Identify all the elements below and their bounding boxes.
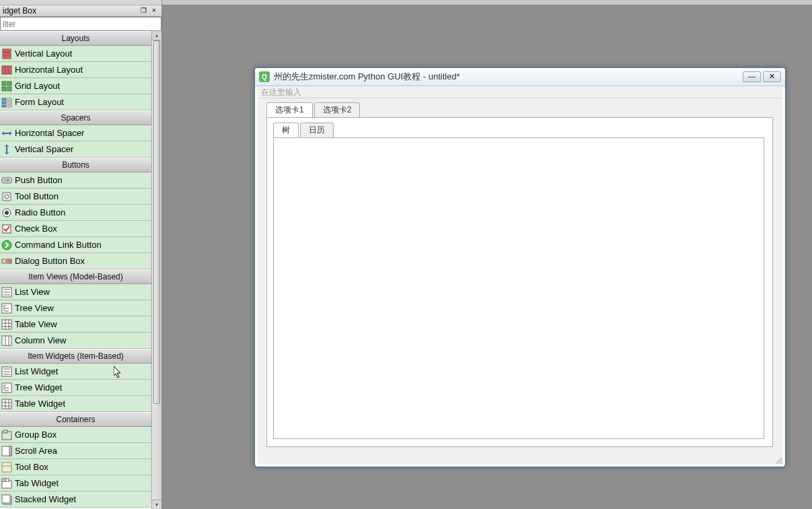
inner-tab-bar: 树 日历 — [273, 123, 764, 137]
widget-item-label: Command Link Button — [15, 240, 102, 250]
table-view-icon — [1, 319, 12, 330]
widget-item-label: Check Box — [15, 224, 57, 234]
widget-item[interactable]: Push Button — [0, 172, 151, 189]
widget-item-label: Vertical Spacer — [15, 144, 73, 154]
horizontal-spacer-icon — [1, 128, 12, 139]
widget-item[interactable]: Command Link Button — [0, 237, 151, 253]
resize-grip-icon[interactable] — [774, 456, 782, 464]
widget-item-label: Push Button — [15, 175, 63, 185]
tab-widget-icon — [1, 478, 12, 489]
widget-tree: LayoutsVertical LayoutHorizontal LayoutG… — [0, 31, 151, 509]
widget-item[interactable]: Vertical Spacer — [0, 141, 151, 158]
tree-view-icon — [1, 382, 12, 393]
undock-button[interactable]: ❐ — [139, 7, 148, 15]
widget-item-label: Scroll Area — [15, 446, 57, 456]
widget-item-label: Tool Button — [15, 191, 59, 201]
category-header[interactable]: Item Widgets (Item-Based) — [0, 349, 151, 364]
widget-item-label: Tab Widget — [15, 478, 59, 488]
widget-item[interactable]: List Widget — [0, 364, 151, 380]
widget-item[interactable]: Tool Button — [0, 189, 151, 205]
outer-tab-1[interactable]: 选项卡1 — [266, 102, 313, 117]
widget-item[interactable]: Group Box — [0, 427, 151, 443]
filter-input[interactable] — [0, 17, 161, 31]
check-box-icon — [1, 224, 12, 234]
widget-item[interactable]: Table Widget — [0, 396, 151, 412]
widget-item-label: Grid Layout — [15, 81, 60, 91]
widget-item[interactable]: Horizontal Layout — [0, 62, 151, 78]
outer-tab-page[interactable]: 树 日历 — [266, 117, 773, 447]
form-grid[interactable]: 选项卡1 选项卡2 树 日历 — [258, 98, 782, 464]
widget-item[interactable]: Tab Widget — [0, 475, 151, 491]
widget-item[interactable]: Stacked Widget — [0, 491, 151, 508]
tool-button-icon — [1, 191, 12, 202]
widget-item[interactable]: Tree Widget — [0, 380, 151, 396]
scroll-down-icon[interactable]: ▾ — [152, 500, 161, 509]
canvas-toolbar-strip — [162, 0, 812, 5]
window-titlebar[interactable]: Q 州的先生zmister.com Python GUI教程 - untitle… — [255, 68, 785, 86]
widget-item-label: Table View — [15, 319, 57, 329]
widget-item[interactable]: Radio Button — [0, 205, 151, 221]
form-window[interactable]: Q 州的先生zmister.com Python GUI教程 - untitle… — [254, 67, 786, 467]
widget-item-label: List Widget — [15, 366, 58, 376]
category-header[interactable]: Spacers — [0, 110, 151, 125]
table-view-icon — [1, 399, 12, 409]
inner-tab-calendar[interactable]: 日历 — [300, 123, 334, 137]
widget-item[interactable]: Horizontal Spacer — [0, 125, 151, 141]
category-header[interactable]: Layouts — [0, 31, 151, 46]
inner-tab-tree[interactable]: 树 — [273, 123, 299, 137]
widget-item[interactable]: Dialog Button Box — [0, 253, 151, 269]
toolbar-strip — [0, 0, 161, 5]
vertical-spacer-icon — [1, 144, 12, 155]
widget-item[interactable]: Tool Box — [0, 459, 151, 475]
outer-tab-2[interactable]: 选项卡2 — [314, 102, 361, 117]
scrollbar-thumb[interactable] — [153, 40, 160, 404]
widget-item-label: Table Widget — [15, 399, 65, 409]
widget-item[interactable]: Grid Layout — [0, 78, 151, 94]
widget-item[interactable]: Tree View — [0, 300, 151, 316]
widget-item[interactable]: Vertical Layout — [0, 46, 151, 62]
form-layout-icon — [1, 97, 12, 108]
widget-item[interactable]: Form Layout — [0, 94, 151, 110]
inner-tab-page[interactable] — [273, 137, 764, 439]
widget-item-label: Tree View — [15, 303, 54, 313]
widget-item-label: Group Box — [15, 430, 57, 440]
widget-item-label: Tree Widget — [15, 382, 62, 393]
list-view-icon — [1, 287, 12, 298]
widget-item-label: Stacked Widget — [15, 494, 76, 504]
widget-item[interactable]: Scroll Area — [0, 443, 151, 459]
outer-tab-widget[interactable]: 选项卡1 选项卡2 树 日历 — [266, 102, 773, 447]
grid-layout-icon — [1, 81, 12, 92]
panel-title-text: idget Box — [3, 6, 137, 15]
dialog-button-box-icon — [1, 256, 12, 267]
stacked-widget-icon — [1, 494, 12, 505]
tool-box-icon — [1, 462, 12, 473]
list-view-icon — [1, 366, 12, 377]
command-link-icon — [1, 240, 12, 250]
widget-item-label: List View — [15, 287, 50, 297]
widget-item-label: Column View — [15, 335, 66, 345]
inner-tab-widget[interactable]: 树 日历 — [273, 123, 764, 439]
vertical-scrollbar[interactable]: ▴ ▾ — [151, 31, 161, 509]
app-icon: Q — [259, 71, 270, 82]
outer-tab-bar: 选项卡1 选项卡2 — [266, 102, 773, 117]
window-title: 州的先生zmister.com Python GUI教程 - untitled* — [274, 71, 743, 83]
widget-item-label: Horizontal Spacer — [15, 128, 84, 138]
panel-titlebar: idget Box ❐ × — [0, 5, 161, 17]
tree-view-icon — [1, 303, 12, 314]
scroll-up-icon[interactable]: ▴ — [152, 31, 161, 40]
widget-item-label: Radio Button — [15, 207, 65, 217]
category-header[interactable]: Containers — [0, 412, 151, 427]
widget-item[interactable]: List View — [0, 284, 151, 300]
minimize-button[interactable]: — — [743, 71, 761, 82]
group-box-icon — [1, 430, 12, 440]
design-canvas[interactable]: Q 州的先生zmister.com Python GUI教程 - untitle… — [162, 0, 812, 509]
close-window-button[interactable]: ✕ — [763, 71, 781, 82]
push-button-icon — [1, 175, 12, 186]
close-panel-button[interactable]: × — [149, 7, 159, 15]
category-header[interactable]: Item Views (Model-Based) — [0, 269, 151, 284]
widget-item[interactable]: Column View — [0, 333, 151, 349]
widget-item[interactable]: Check Box — [0, 221, 151, 237]
widget-item[interactable]: Table View — [0, 316, 151, 333]
menubar-placeholder[interactable]: 在这里输入 — [258, 86, 782, 98]
category-header[interactable]: Buttons — [0, 158, 151, 172]
